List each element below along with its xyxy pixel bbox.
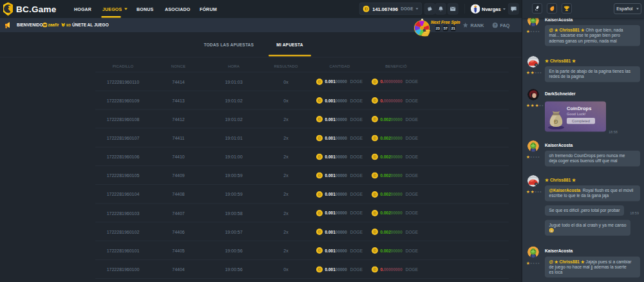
svg-text:Ð: Ð: [554, 118, 558, 125]
svg-text:?: ?: [494, 23, 497, 27]
